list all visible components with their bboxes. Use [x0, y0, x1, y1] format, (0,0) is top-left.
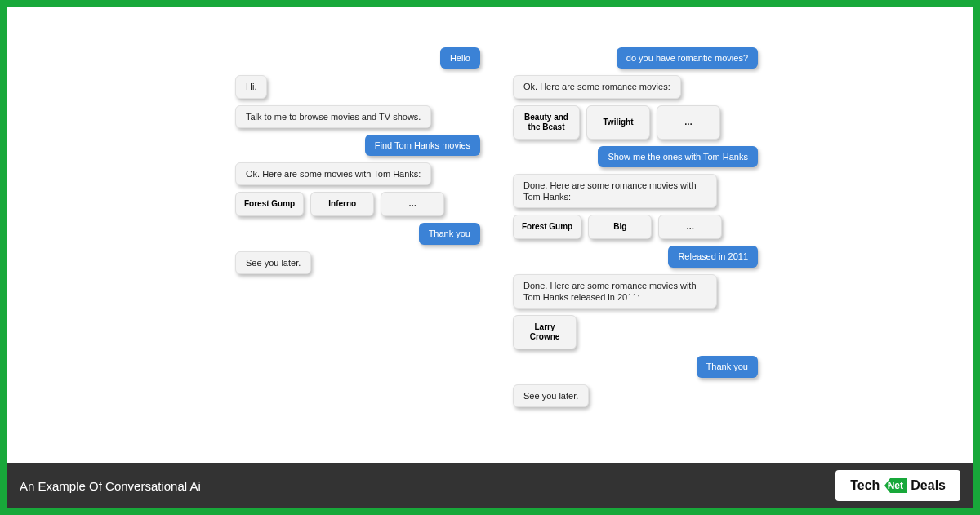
conversation-right: do you have romantic movies? Ok. Here ar…	[513, 47, 758, 407]
movie-card-row: Larry Crowne	[513, 315, 577, 349]
movie-card-row: Beauty and the Beast Twilight …	[513, 105, 720, 140]
technetdeals-logo: Tech Net Deals	[835, 470, 960, 501]
user-msg: Thank you	[419, 223, 480, 244]
bot-msg: Done. Here are some romance movies with …	[513, 274, 717, 309]
movie-card-row: Forest Gump Inferno …	[235, 192, 444, 216]
movie-card-more[interactable]: …	[658, 215, 722, 239]
bot-msg: Hi.	[235, 75, 267, 98]
movie-card[interactable]: Forest Gump	[235, 192, 304, 216]
bot-msg: Ok. Here are some movies with Tom Hanks:	[235, 162, 431, 185]
user-msg: Hello	[440, 47, 480, 69]
bot-msg: Talk to me to browse movies and TV shows…	[235, 105, 431, 128]
movie-card[interactable]: Forest Gump	[513, 215, 581, 239]
movie-card[interactable]: Twilight	[586, 105, 650, 140]
movie-card[interactable]: Inferno	[310, 192, 374, 216]
movie-card-more[interactable]: …	[657, 105, 720, 140]
movie-card[interactable]: Beauty and the Beast	[513, 105, 580, 140]
footer-bar: An Example Of Conversational Ai Tech Net…	[7, 463, 973, 508]
movie-card[interactable]: Big	[588, 215, 652, 239]
bot-msg: See you later.	[513, 384, 589, 407]
footer-title: An Example Of Conversational Ai	[20, 479, 201, 493]
logo-text-net: Net	[888, 480, 903, 491]
user-msg: Released in 2011	[668, 246, 758, 267]
logo-text-tech: Tech	[850, 478, 880, 493]
movie-card-row: Forest Gump Big …	[513, 215, 722, 239]
bot-msg: Done. Here are some romance movies with …	[513, 174, 717, 209]
conversation-columns: Hello Hi. Talk to me to browse movies an…	[7, 7, 973, 407]
user-msg: do you have romantic movies?	[617, 47, 758, 69]
logo-text-deals: Deals	[911, 478, 946, 493]
bot-msg: See you later.	[235, 251, 311, 274]
bot-msg: Ok. Here are some romance movies:	[513, 75, 681, 98]
user-msg: Find Tom Hanks movies	[365, 135, 480, 156]
conversation-left: Hello Hi. Talk to me to browse movies an…	[235, 47, 480, 407]
movie-card-more[interactable]: …	[381, 192, 444, 216]
movie-card[interactable]: Larry Crowne	[513, 315, 577, 349]
tag-icon: Net	[881, 477, 909, 495]
page-frame: Hello Hi. Talk to me to browse movies an…	[7, 7, 973, 508]
user-msg: Show me the ones with Tom Hanks	[598, 146, 758, 167]
user-msg: Thank you	[697, 356, 758, 377]
